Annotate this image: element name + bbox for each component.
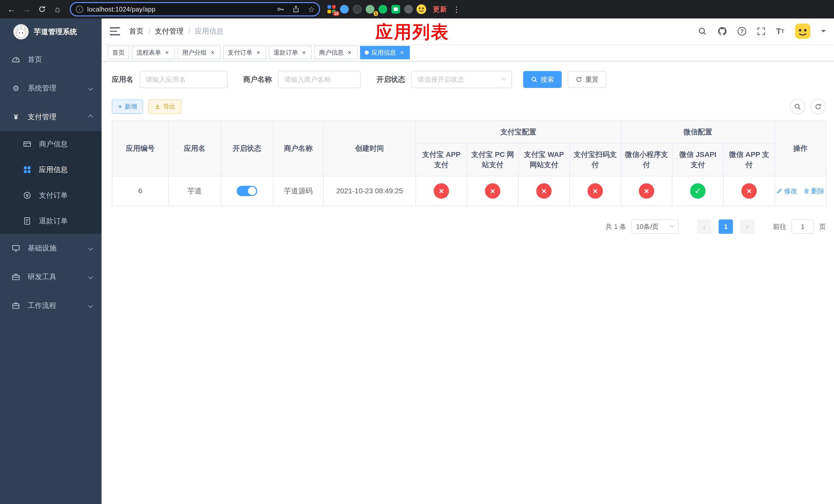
site-info-icon[interactable]: i [76, 6, 83, 13]
sidebar-item-label: 支付管理 [28, 112, 57, 122]
monitor-icon [11, 244, 21, 253]
page-size-select[interactable]: 10条/页 [631, 220, 679, 234]
sidebar-item-system[interactable]: ⚙ 系统管理 [0, 74, 102, 102]
app-logo[interactable]: 芋道管理系统 [0, 19, 102, 45]
fullscreen-icon[interactable] [757, 27, 765, 36]
tab-process-form[interactable]: 流程表单× [132, 46, 175, 59]
edit-link[interactable]: 修改 [776, 187, 797, 196]
sidebar-item-label: 研发工具 [28, 272, 57, 282]
show-search-toggle-icon[interactable] [790, 99, 805, 114]
tab-refund-order[interactable]: 退款订单× [269, 46, 312, 59]
home-icon[interactable]: ⌂ [50, 2, 65, 17]
sidebar-item-dev-tools[interactable]: 研发工具 [0, 262, 102, 291]
tab-merchant-info[interactable]: 商户信息× [314, 46, 357, 59]
reload-icon[interactable] [35, 2, 49, 17]
goto-label: 前往 [773, 222, 786, 231]
status-toggle[interactable] [237, 186, 257, 196]
sidebar-item-merchant-info[interactable]: 商户信息 [0, 131, 102, 157]
merchant-name-input[interactable] [284, 76, 355, 84]
breadcrumb-home[interactable]: 首页 [129, 26, 144, 36]
close-icon[interactable]: × [346, 49, 353, 56]
sidebar-item-label: 基础设施 [28, 243, 57, 253]
page-1-button[interactable]: 1 [719, 220, 733, 234]
github-icon[interactable] [718, 27, 727, 36]
extension-blue-icon[interactable] [339, 4, 350, 15]
col-actions: 操作 [775, 121, 826, 176]
document-icon [23, 216, 32, 226]
url-bar[interactable]: i localhost:1024/pay/app ☆ [70, 2, 320, 17]
extension-green-circle-icon[interactable] [377, 4, 388, 15]
close-icon[interactable]: × [301, 49, 307, 56]
browser-menu-icon[interactable]: ⋮ [453, 5, 461, 14]
col-alipay-app: 支付宝 APP 支付 [416, 143, 467, 176]
status-select[interactable]: 请选择开启状态 [411, 71, 512, 88]
navbar-right: ? TT [698, 24, 826, 39]
alipay-wap-status-icon: × [536, 183, 552, 199]
dashboard-icon [11, 55, 21, 64]
user-avatar[interactable] [795, 24, 810, 39]
add-button[interactable]: + 新增 [112, 99, 143, 114]
sidebar-item-workflow[interactable]: 工作流程 [0, 291, 102, 320]
reset-button[interactable]: 重置 [568, 71, 606, 88]
help-icon[interactable]: ? [738, 27, 746, 36]
sidebar-item-label: 商户信息 [39, 139, 68, 149]
browser-update-button[interactable]: 更新 [433, 5, 447, 14]
alipay-qr-status-icon: × [588, 183, 603, 199]
url-text[interactable]: localhost:1024/pay/app [87, 6, 271, 13]
next-page-button[interactable]: › [740, 220, 754, 234]
breadcrumb-payment[interactable]: 支付管理 [155, 26, 184, 36]
puzzle-extensions-icon[interactable] [403, 4, 414, 15]
sidebar-item-infrastructure[interactable]: 基础设施 [0, 234, 102, 262]
prev-page-button[interactable]: ‹ [697, 220, 711, 234]
col-alipay-wap: 支付宝 WAP 网站支付 [518, 143, 570, 176]
export-button[interactable]: 导出 [148, 99, 181, 114]
sidebar-item-refund-order[interactable]: 退款订单 [0, 208, 102, 234]
toolbox-icon [11, 272, 21, 281]
browser-avatar-icon[interactable] [416, 4, 427, 15]
search-icon[interactable] [698, 27, 707, 36]
password-key-icon[interactable] [275, 4, 286, 15]
goto-page-input[interactable] [791, 220, 814, 234]
sidebar-item-app-info[interactable]: 应用信息 [0, 157, 102, 183]
breadcrumb-current: 应用信息 [195, 26, 224, 36]
delete-link[interactable]: 删除 [804, 187, 825, 196]
back-icon[interactable]: ← [4, 2, 19, 17]
tab-app-info[interactable]: 应用信息× [360, 46, 410, 59]
sidebar-item-pay-order[interactable]: 支付订单 [0, 183, 102, 208]
sidebar-toggle-icon[interactable] [110, 27, 120, 36]
forward-icon[interactable]: → [20, 2, 34, 17]
close-icon[interactable]: × [209, 49, 216, 56]
refresh-icon[interactable] [810, 99, 826, 114]
bookmark-star-icon[interactable]: ☆ [306, 4, 317, 15]
col-created: 创建时间 [323, 121, 416, 176]
tab-pay-order[interactable]: 支付订单× [223, 46, 266, 59]
close-icon[interactable]: × [398, 49, 405, 56]
extension-grid-icon[interactable]: 10 [326, 4, 337, 15]
close-icon[interactable]: × [255, 49, 262, 56]
tab-user-group[interactable]: 用户分组× [177, 46, 221, 59]
wechat-lite-status-icon: × [639, 183, 654, 199]
user-caret-icon[interactable] [821, 30, 826, 35]
extension-chat-icon[interactable] [390, 4, 401, 15]
close-icon[interactable]: × [163, 49, 170, 56]
page: ← → ⌂ i localhost:1024/pay/app ☆ 10 [0, 0, 834, 504]
sidebar: 芋道管理系统 首页 ⚙ 系统管理 ¥ 支付管理 商户信息 [0, 19, 102, 504]
col-wechat-lite: 微信小程序支付 [621, 143, 672, 176]
extension-badge: 10 [333, 11, 339, 16]
gear-icon: ⚙ [11, 84, 21, 93]
col-app-id: 应用编号 [112, 121, 169, 176]
col-alipay-qr: 支付宝扫码支付 [570, 143, 621, 176]
app-name-input[interactable] [146, 76, 222, 84]
app-title: 芋道管理系统 [34, 27, 77, 37]
font-size-icon[interactable]: TT [776, 27, 784, 36]
search-button[interactable]: 搜索 [523, 71, 562, 88]
extension-dark-icon[interactable] [352, 4, 363, 15]
tab-home[interactable]: 首页 [108, 46, 129, 59]
sidebar-item-home[interactable]: 首页 [0, 45, 102, 74]
app-name-label: 应用名 [112, 75, 133, 84]
sidebar-item-payment[interactable]: ¥ 支付管理 [0, 102, 102, 131]
profile-avatar-icon[interactable]: 1 [365, 4, 375, 15]
app-table: 应用编号 应用名 开启状态 商户名称 创建时间 支付宝配置 微信配置 操作 支付… [112, 120, 826, 206]
share-icon[interactable] [290, 4, 302, 15]
breadcrumb: 首页 / 支付管理 / 应用信息 [129, 26, 224, 36]
